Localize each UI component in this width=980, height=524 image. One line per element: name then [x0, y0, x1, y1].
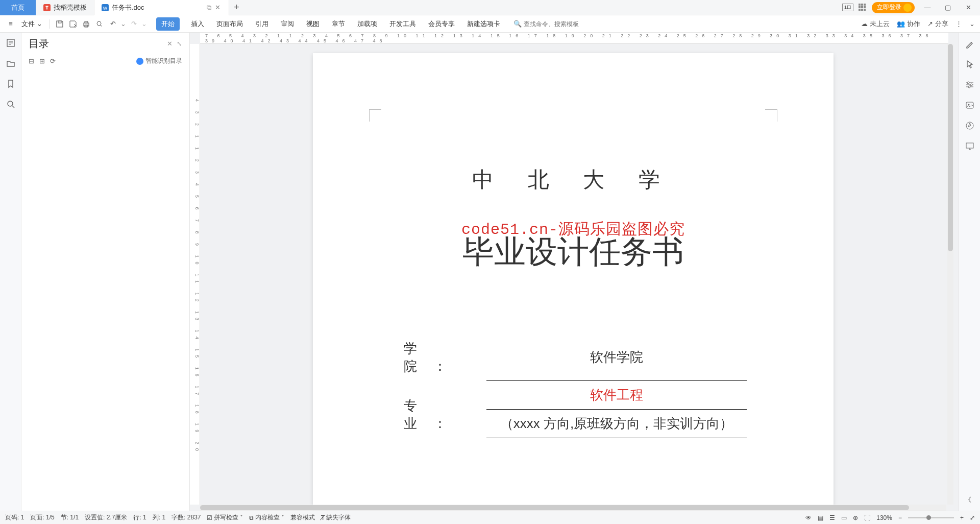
window-close-icon[interactable]: ✕ [961, 1, 976, 15]
status-col[interactable]: 列: 1 [153, 513, 165, 522]
svg-point-14 [968, 104, 969, 106]
ribbon-tab-layout[interactable]: 页面布局 [215, 17, 244, 31]
toc-smart-detect[interactable]: 智能识别目录 [136, 57, 182, 65]
workspace: 目录 ✕ ⤡ ⊟ ⊞ ⟳ 智能识别目录 7 6 5 4 3 2 1 1 2 3 … [0, 33, 980, 511]
status-eye-icon[interactable]: 👁 [805, 514, 812, 521]
more-icon[interactable]: ⋮ [955, 20, 962, 28]
compass-icon[interactable] [965, 121, 975, 131]
save-icon[interactable] [54, 18, 65, 30]
redo-dropdown-icon[interactable]: ⌄ [141, 20, 147, 28]
vertical-scrollbar[interactable] [947, 44, 953, 505]
toc-expand-icon[interactable]: ⊞ [39, 57, 45, 65]
view-web-icon[interactable]: ⊕ [853, 514, 858, 521]
status-spellcheck[interactable]: ☑拼写检查 ˅ [207, 513, 243, 522]
tab-close-icon[interactable]: ✕ [214, 4, 222, 11]
ribbon-tab-member[interactable]: 会员专享 [427, 17, 456, 31]
login-button[interactable]: 立即登录 [872, 2, 915, 13]
page-scroll[interactable]: 中 北 大 学 code51.cn-源码乐园盗图必究 毕业设计任务书 学院： 软… [200, 44, 946, 505]
chevron-down-icon: ⌄ [37, 20, 42, 28]
word-doc-icon: W [102, 4, 109, 11]
status-compat[interactable]: 兼容模式 [290, 513, 315, 522]
hamburger-icon[interactable]: ≡ [5, 18, 16, 30]
horizontal-ruler[interactable]: 7 6 5 4 3 2 1 1 2 3 4 5 6 7 8 9 10 11 12… [200, 33, 948, 44]
fullscreen-icon[interactable]: ⤢ [970, 514, 975, 521]
settings-slider-icon[interactable] [965, 80, 975, 90]
toc-collapse-icon[interactable]: ⊟ [29, 57, 34, 65]
ribbon-tab-review[interactable]: 审阅 [280, 17, 295, 31]
bookmark-icon[interactable] [6, 79, 16, 89]
undo-icon[interactable]: ↶ [107, 18, 118, 30]
document-page[interactable]: 中 北 大 学 code51.cn-源码乐园盗图必究 毕业设计任务书 学院： 软… [313, 53, 834, 505]
ribbon-tab-devtool[interactable]: 开发工具 [388, 17, 417, 31]
zoom-out-button[interactable]: − [898, 514, 902, 521]
status-page-code[interactable]: 页码: 1 [5, 513, 24, 522]
app-grid-icon[interactable] [859, 4, 867, 12]
search-panel-icon[interactable] [6, 99, 16, 109]
share-icon: ↗ [927, 20, 933, 28]
vertical-ruler[interactable]: 4 3 2 1 1 2 3 4 5 6 7 8 9 10 11 12 13 14… [190, 44, 200, 505]
ribbon-tab-reference[interactable]: 引用 [254, 17, 270, 31]
margin-marker-tr [765, 109, 777, 122]
ribbon-tab-newtab[interactable]: 新建选项卡 [466, 17, 501, 31]
collapse-ribbon-icon[interactable]: ⌄ [969, 20, 975, 28]
tab-document-label: 任务书.doc [112, 3, 144, 12]
horizontal-scrollbar[interactable] [200, 505, 946, 511]
file-menu[interactable]: 文件 ⌄ [18, 19, 45, 29]
folder-icon[interactable] [6, 58, 16, 68]
toc-pin-icon[interactable]: ⤡ [177, 40, 182, 47]
presentation-icon[interactable] [965, 141, 975, 151]
redo-icon[interactable]: ↷ [128, 18, 139, 30]
window-minimize-icon[interactable]: — [920, 1, 935, 15]
status-setvalue[interactable]: 设置值: 2.7厘米 [85, 513, 127, 522]
collab-button[interactable]: 👥协作 [897, 19, 920, 29]
status-missing-font[interactable]: T̸缺失字体 [321, 513, 351, 522]
toc-close-icon[interactable]: ✕ [167, 40, 173, 47]
ai-dot-icon [136, 58, 143, 65]
svg-text:W: W [103, 5, 108, 10]
tab-new-window-icon[interactable]: ⧉ [207, 4, 211, 12]
fit-page-icon[interactable]: ⛶ [864, 514, 870, 521]
status-section[interactable]: 节: 1/1 [61, 513, 79, 522]
view-page-icon[interactable]: ▤ [818, 514, 823, 521]
cursor-icon[interactable] [965, 59, 975, 69]
command-search[interactable]: 🔍 [513, 20, 590, 28]
outline-icon[interactable] [6, 38, 16, 48]
ribbon-tab-view[interactable]: 视图 [305, 17, 321, 31]
zoom-value[interactable]: 130% [876, 514, 892, 521]
ribbon-tab-insert[interactable]: 插入 [190, 17, 205, 31]
view-read-icon[interactable]: ▭ [841, 514, 847, 521]
command-search-input[interactable] [524, 20, 590, 28]
status-content-check[interactable]: ⧉内容检查 ˅ [249, 513, 284, 522]
tab-template[interactable]: 找稻壳模板 [36, 0, 94, 15]
font-icon: T̸ [321, 514, 325, 521]
assets-icon[interactable] [965, 100, 975, 110]
pen-icon[interactable] [965, 39, 975, 49]
status-words[interactable]: 字数: 2837 [172, 513, 201, 522]
collapse-rail-icon[interactable]: 《 [965, 495, 975, 506]
zoom-in-button[interactable]: + [960, 514, 964, 521]
toc-refresh-icon[interactable]: ⟳ [50, 57, 56, 65]
ribbon-tab-chapter[interactable]: 章节 [331, 17, 346, 31]
undo-dropdown-icon[interactable]: ⌄ [120, 20, 126, 28]
doc-info-table: 学院： 软件学院 专业： 软件工程 （xxxx 方向,原班级方向，非实训方向） [400, 335, 747, 438]
ribbon-tab-start[interactable]: 开始 [156, 17, 180, 31]
reader-mode-icon[interactable]: 1口 [842, 4, 853, 11]
tab-document[interactable]: W 任务书.doc ⧉ ✕ [94, 0, 229, 15]
title-bar: 首页 找稻壳模板 W 任务书.doc ⧉ ✕ + 1口 立即登录 — ▢ ✕ [0, 0, 980, 15]
cloud-status[interactable]: ☁未上云 [861, 19, 890, 29]
save-as-icon[interactable] [67, 18, 79, 30]
status-page[interactable]: 页面: 1/5 [30, 513, 54, 522]
search-icon: 🔍 [513, 20, 522, 28]
status-row[interactable]: 行: 1 [133, 513, 146, 522]
tab-home[interactable]: 首页 [0, 0, 36, 15]
people-icon: 👥 [897, 20, 905, 28]
zoom-slider[interactable] [908, 517, 954, 518]
window-maximize-icon[interactable]: ▢ [940, 1, 955, 15]
tab-add-button[interactable]: + [229, 2, 244, 13]
ribbon-tab-addon[interactable]: 加载项 [356, 17, 378, 31]
print-preview-icon[interactable] [94, 18, 105, 30]
view-outline-icon[interactable]: ☰ [829, 514, 835, 521]
share-button[interactable]: ↗分享 [927, 19, 948, 29]
print-icon[interactable] [81, 18, 92, 30]
scan-icon: ⧉ [249, 514, 254, 521]
